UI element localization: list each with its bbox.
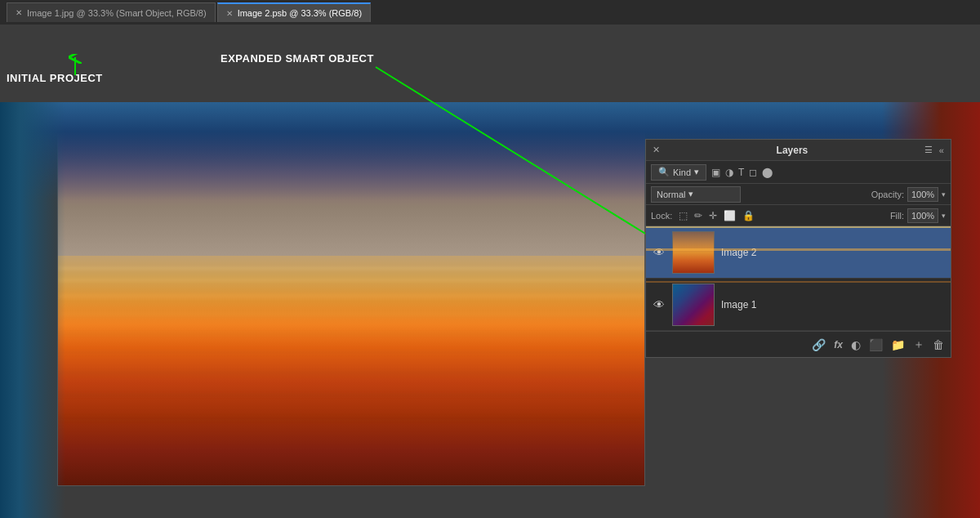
layer-item-image1[interactable]: 👁 Image 1 [646,279,951,331]
opacity-group: Opacity: 100% ▾ [871,187,946,202]
tab2-label: Image 2.psb @ 33.3% (RGB/8) [238,8,362,18]
lock-paint-icon[interactable]: ✏ [694,210,702,221]
filter-shape-icon[interactable]: ◻ [749,167,757,178]
layers-filter-row: 🔍 Kind ▾ ▣ ◑ T ◻ ⬤ [646,161,951,184]
layers-panel: ✕ Layers ☰ « 🔍 Kind ▾ ▣ ◑ T ◻ ⬤ [645,139,951,358]
layers-menu-icon[interactable]: ☰ [924,145,933,155]
layers-lock-row: Lock: ⬚ ✏ ✛ ⬜ 🔒 Fill: 100% ▾ [646,205,951,226]
fill-dropdown-arrow[interactable]: ▾ [942,212,946,220]
search-icon: 🔍 [658,167,670,177]
opacity-label: Opacity: [871,190,904,199]
layer-thumb-ink-bg [673,284,714,325]
blend-dropdown-arrow: ▾ [688,189,693,199]
delete-icon[interactable]: 🗑 [933,338,944,351]
tab1-close-icon[interactable]: ✕ [16,8,22,17]
lock-all-icon[interactable]: 🔒 [742,210,755,221]
layer-thumbnail-image2 [672,231,715,274]
fill-group: Fill: 100% ▾ [890,208,946,223]
tab-image1[interactable]: ✕ Image 1.jpg @ 33.3% (Smart Object, RGB… [7,2,216,22]
filter-adjustment-icon[interactable]: ◑ [725,167,733,178]
mask-icon[interactable]: ⬛ [869,338,883,351]
fx-icon[interactable]: fx [834,339,843,351]
blend-mode-dropdown[interactable]: Normal ▾ [651,186,741,203]
layer-thumb-sunset-bg [673,232,714,273]
tab-image2[interactable]: ✕ Image 2.psb @ 33.3% (RGB/8) [217,2,371,22]
layers-header-icons: ☰ « [924,145,944,155]
layers-list: 👁 Image 2 👁 Image 1 [646,226,951,331]
layer-eye-icon-image1[interactable]: 👁 [653,298,666,311]
layers-footer: 🔗 fx ◐ ⬛ 📁 ＋ 🗑 [646,331,951,357]
opacity-dropdown-arrow[interactable]: ▾ [942,190,946,199]
filter-kind-button[interactable]: 🔍 Kind ▾ [651,164,706,181]
panel-close-icon[interactable]: ✕ [653,145,660,155]
layers-panel-header: ✕ Layers ☰ « [646,140,951,161]
link-icon[interactable]: 🔗 [812,338,826,351]
layer-thumbnail-image1 [672,284,715,326]
fill-input[interactable]: 100% [907,208,938,223]
filter-pixel-icon[interactable]: ▣ [711,167,720,178]
initial-project-label: INITIAL PROJECT [7,72,103,84]
filter-icons-group: ▣ ◑ T ◻ ⬤ [711,167,773,178]
filter-dropdown-icon: ▾ [694,167,699,177]
layer-eye-icon-image2[interactable]: 👁 [653,246,666,259]
layer-name-image1: Image 1 [721,299,944,310]
canvas-area: INITIAL PROJECT EXPANDED SMART OBJECT ✕ … [0,25,980,518]
blend-mode-value: Normal [657,190,685,199]
layers-panel-title: Layers [777,145,808,156]
fill-label: Fill: [890,211,904,221]
lock-artboard-icon[interactable]: ⬜ [724,210,736,221]
lock-transparent-icon[interactable]: ⬚ [679,210,688,221]
lock-label: Lock: [651,211,672,221]
filter-smart-icon[interactable]: ⬤ [762,167,773,178]
lock-move-icon[interactable]: ✛ [709,210,717,221]
layers-blend-row: Normal ▾ Opacity: 100% ▾ [646,184,951,205]
filter-type-icon[interactable]: T [738,167,744,178]
adjustment-layer-icon[interactable]: ◐ [851,338,861,351]
lock-icons-group: ⬚ ✏ ✛ ⬜ 🔒 [679,210,755,221]
tab1-label: Image 1.jpg @ 33.3% (Smart Object, RGB/8… [27,8,207,18]
layers-collapse-icon[interactable]: « [939,145,944,155]
filter-kind-label: Kind [673,167,691,177]
tab2-close-icon[interactable]: ✕ [226,9,233,18]
expanded-smart-object-label: EXPANDED SMART OBJECT [220,52,374,65]
opacity-input[interactable]: 100% [907,187,938,202]
ink-left-overlay [0,102,65,518]
initial-project-arrow [67,54,83,77]
new-layer-icon[interactable]: ＋ [913,337,924,352]
tab-bar: ✕ Image 1.jpg @ 33.3% (Smart Object, RGB… [0,0,980,25]
layer-item-image2[interactable]: 👁 Image 2 [646,226,951,279]
folder-icon[interactable]: 📁 [891,338,905,351]
